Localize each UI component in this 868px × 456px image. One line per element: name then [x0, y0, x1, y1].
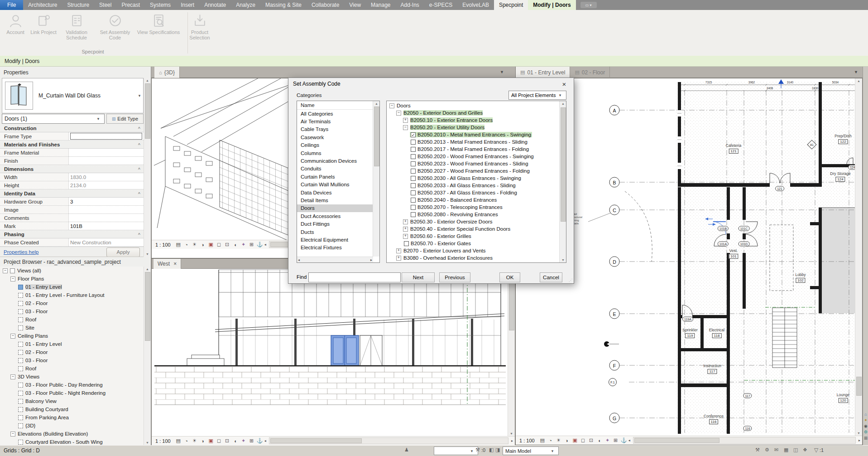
- view-tab-3d[interactable]: ⌂{3D}: [154, 67, 180, 78]
- category-item-electrical-fixtures[interactable]: Electrical Fixtures: [297, 244, 373, 252]
- scroll-right-icon[interactable]: ▸: [370, 258, 372, 262]
- editable-only-icon[interactable]: ◧: [489, 447, 494, 453]
- background-processes-icon[interactable]: ✉: [774, 447, 778, 453]
- scroll-thumb[interactable]: [561, 107, 566, 222]
- select-by-face-icon[interactable]: ❖: [803, 447, 807, 453]
- browser-item-elevations-building-elevation[interactable]: −Elevations (Building Elevation): [0, 430, 144, 438]
- browser-item-from-parking-area[interactable]: From Parking Area: [0, 413, 144, 422]
- ribbon-tab-precast[interactable]: Precast: [116, 0, 145, 10]
- browser-item-site[interactable]: Site: [0, 324, 144, 332]
- assembly-item-b2050-2023-wood-framed-e[interactable]: B2050.2023 - Wood Framed Entrances - Sli…: [387, 160, 566, 167]
- browser-item-balcony-view[interactable]: Balcony View: [0, 397, 144, 405]
- assembly-item-b2070-exterior-louvers-a[interactable]: +B2070 - Exterior Louvers and Vents: [387, 247, 566, 254]
- property-value-finish[interactable]: [69, 157, 144, 165]
- view-scale-button[interactable]: 1 : 100: [155, 438, 171, 444]
- property-value-mark[interactable]: 101B: [69, 222, 144, 230]
- tree-expander-icon[interactable]: −: [10, 432, 15, 437]
- checkbox[interactable]: [411, 198, 416, 203]
- dialog-title-bar[interactable]: Set Assembly Code ×: [288, 78, 574, 90]
- visual-style-icon[interactable]: ◔: [183, 437, 190, 445]
- checkbox[interactable]: [411, 176, 416, 181]
- view-scale-button[interactable]: 1 : 100: [519, 438, 535, 443]
- assembly-item-b2050-20-exterior-utilit[interactable]: −B2050.20 - Exterior Utility Doors: [387, 124, 566, 131]
- tree-expander-icon[interactable]: +: [403, 227, 408, 232]
- selection-filter-combo[interactable]: Doors (1) ▾: [2, 114, 105, 124]
- tree-expander-icon[interactable]: +: [403, 234, 408, 239]
- tree-expander-icon[interactable]: +: [396, 248, 401, 253]
- checkbox[interactable]: [411, 205, 416, 210]
- reveal-hidden-icon[interactable]: ✦: [240, 437, 247, 445]
- crop-region-icon[interactable]: ⊡: [224, 241, 231, 248]
- assembly-item-b2050-10-exterior-entran[interactable]: +B2050.10 - Exterior Entrance Doors: [387, 116, 566, 124]
- ribbon-tab-evolvelab[interactable]: EvolveLAB: [457, 0, 494, 10]
- sun-path-icon[interactable]: ☀: [191, 437, 198, 445]
- categories-scrollbar[interactable]: ▲: [373, 101, 379, 257]
- crop-region-icon[interactable]: ⊡: [588, 437, 595, 444]
- reveal-hidden-icon[interactable]: ✦: [604, 437, 611, 444]
- category-item-communication-devices[interactable]: Communication Devices: [297, 157, 373, 165]
- filter-icon[interactable]: ▽: [814, 447, 818, 453]
- horizontal-scrollbar[interactable]: [269, 437, 508, 444]
- checkbox[interactable]: [411, 140, 416, 145]
- close-icon[interactable]: ×: [173, 261, 177, 267]
- worksharing-icon[interactable]: ♟: [404, 447, 409, 453]
- category-item-columns[interactable]: Columns: [297, 149, 373, 157]
- crop-region-icon[interactable]: ⊡: [224, 437, 231, 445]
- temporary-hide-icon[interactable]: ◖: [232, 241, 239, 248]
- home-icon[interactable]: ⌂: [863, 411, 868, 417]
- element-filter-combo[interactable]: All Project Elements ▾: [508, 91, 566, 100]
- project-browser-scroll-thumb[interactable]: [145, 272, 150, 341]
- constraints-icon[interactable]: ⚓: [256, 437, 264, 445]
- design-option-combo[interactable]: Main Model▾: [503, 446, 559, 455]
- checkbox-checked[interactable]: ✓: [411, 132, 416, 137]
- category-item-cable-trays[interactable]: Cable Trays: [297, 126, 373, 133]
- browser-item-floor-plans[interactable]: −Floor Plans: [0, 275, 144, 283]
- categories-hscrollbar[interactable]: ◂ ▸: [297, 257, 373, 262]
- scroll-down-icon[interactable]: ▼: [144, 441, 151, 444]
- assembly-item-b2050-30-exterior-oversi[interactable]: +B2050.30 - Exterior Oversize Doors: [387, 218, 566, 225]
- tree-expander-icon[interactable]: −: [10, 277, 15, 281]
- checkbox[interactable]: [404, 241, 409, 246]
- scroll-left-icon[interactable]: ◂: [264, 243, 266, 247]
- scroll-down-icon[interactable]: ▼: [508, 432, 515, 435]
- view-scale-button[interactable]: 1 : 100: [155, 242, 171, 247]
- category-item-detail-items[interactable]: Detail Items: [297, 196, 373, 204]
- assembly-item-b2050-2013-metal-framed[interactable]: B2050.2013 - Metal Framed Entrances - Sl…: [387, 138, 566, 146]
- category-item-ceilings[interactable]: Ceilings: [297, 141, 373, 149]
- scroll-left-icon[interactable]: ◂: [628, 438, 630, 442]
- settings-icon[interactable]: ⚙: [765, 447, 769, 453]
- temporary-hide-icon[interactable]: ◖: [596, 437, 603, 444]
- assembly-item-b2050-2020-wood-framed-e[interactable]: B2050.2020 - Wood Framed Entrances - Swi…: [387, 153, 566, 160]
- assembly-item-b3080-overhead-exterior[interactable]: +B3080 - Overhead Exterior Enclosures: [387, 254, 566, 262]
- checkbox[interactable]: [411, 169, 416, 174]
- ribbon-tab-add-ins[interactable]: Add-Ins: [395, 0, 424, 10]
- property-value-image[interactable]: [69, 206, 144, 213]
- settings-icon[interactable]: ⚙: [863, 429, 868, 435]
- browser-item-3d-views[interactable]: −3D Views: [0, 373, 144, 381]
- shadows-icon[interactable]: ◑: [199, 437, 206, 445]
- assembly-item-b2050-40-exterior-specia[interactable]: +B2050.40 - Exterior Special Function Do…: [387, 225, 566, 233]
- browser-item-03-floor-public-day-rendering[interactable]: 03 - Floor Public - Day Rendering: [0, 381, 144, 389]
- ribbon-tab-massing-site[interactable]: Massing & Site: [260, 0, 307, 10]
- scroll-right-icon[interactable]: ▸: [511, 439, 513, 443]
- scroll-thumb[interactable]: [270, 438, 362, 443]
- ribbon-tab-manage[interactable]: Manage: [366, 0, 395, 10]
- previous-button[interactable]: Previous: [439, 272, 470, 282]
- assembly-item-b2050-2070-telescoping-e[interactable]: B2050.2070 - Telescoping Entrances: [387, 204, 566, 211]
- ribbon-tab-e-specs[interactable]: e-SPECS: [424, 0, 457, 10]
- scroll-up-icon[interactable]: ▲: [560, 102, 566, 105]
- property-value-width[interactable]: 1830.0: [69, 173, 144, 181]
- ok-button[interactable]: OK: [499, 272, 520, 282]
- show-rendering-icon[interactable]: ▣: [207, 437, 215, 445]
- collapse-chevron-icon[interactable]: ^: [138, 189, 144, 197]
- browser-item-roof[interactable]: Roof: [0, 364, 144, 373]
- browser-item-03-floor[interactable]: 03 - Floor: [0, 356, 144, 364]
- gray-inactive-icon[interactable]: ◨: [495, 447, 500, 453]
- ribbon-tab-insert[interactable]: Insert: [176, 0, 199, 10]
- ribbon-tab-analyze[interactable]: Analyze: [231, 0, 260, 10]
- cancel-button[interactable]: Cancel: [540, 272, 562, 282]
- select-links-icon[interactable]: ▦: [784, 447, 788, 453]
- scroll-up-icon[interactable]: ▲: [144, 267, 151, 271]
- tree-expander-icon[interactable]: +: [403, 118, 408, 123]
- detail-level-icon[interactable]: ▤: [175, 241, 182, 248]
